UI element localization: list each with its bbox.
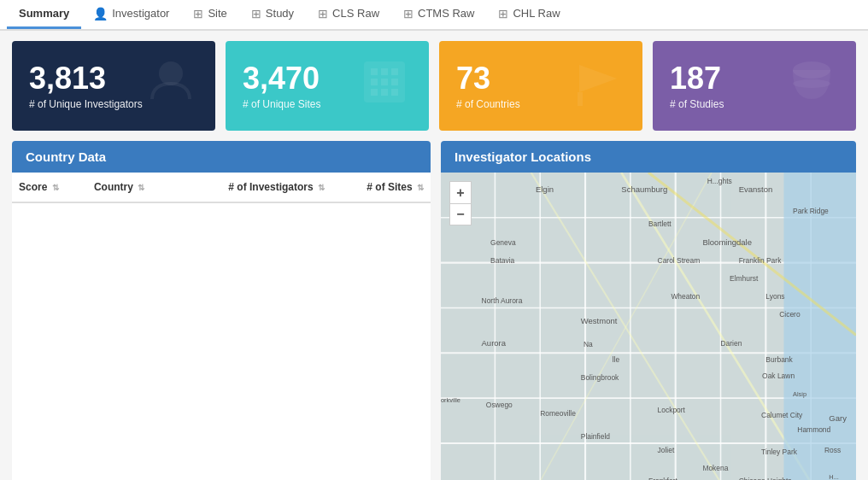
svg-text:Oswego: Oswego bbox=[486, 401, 513, 409]
nav-item-study[interactable]: ⊞Study bbox=[239, 0, 306, 29]
map-svg: Evanston Park Ridge Schaumburg Elgin Bar… bbox=[441, 173, 856, 480]
svg-text:Romeoville: Romeoville bbox=[540, 409, 576, 418]
svg-rect-5 bbox=[371, 79, 378, 85]
nav-icon-ctms-raw: ⊞ bbox=[403, 7, 413, 20]
nav-item-ctms-raw[interactable]: ⊞CTMS Raw bbox=[391, 0, 486, 29]
col-investigators[interactable]: # of Investigators ⇅ bbox=[178, 173, 331, 202]
nav-label-site: Site bbox=[208, 7, 226, 20]
svg-text:Joliet: Joliet bbox=[658, 446, 675, 454]
svg-text:Plainfield: Plainfield bbox=[581, 432, 611, 441]
svg-rect-7 bbox=[391, 79, 398, 85]
stat-card-text-sites: 3,470# of Unique Sites bbox=[243, 61, 320, 111]
country-panel-header: Country Data bbox=[12, 141, 431, 173]
nav-item-cls-raw[interactable]: ⊞CLS Raw bbox=[306, 0, 391, 29]
svg-text:Calumet City: Calumet City bbox=[761, 411, 803, 419]
stat-card-countries: 73# of Countries bbox=[439, 41, 642, 131]
nav-icon-site: ⊞ bbox=[193, 7, 203, 20]
stat-number-investigators: 3,813 bbox=[29, 61, 143, 96]
navigation: Summary👤Investigator⊞Site⊞Study⊞CLS Raw⊞… bbox=[0, 0, 868, 31]
nav-item-investigator[interactable]: 👤Investigator bbox=[81, 0, 181, 29]
svg-text:Darien: Darien bbox=[721, 339, 742, 348]
svg-text:Hammond: Hammond bbox=[797, 425, 830, 434]
nav-icon-study: ⊞ bbox=[251, 7, 261, 20]
zoom-out-button[interactable]: − bbox=[449, 203, 472, 225]
stat-label-studies: # of Studies bbox=[670, 98, 724, 110]
svg-text:Tinley Park: Tinley Park bbox=[761, 448, 798, 456]
stat-number-studies: 187 bbox=[670, 61, 724, 96]
svg-rect-9 bbox=[381, 89, 388, 96]
nav-label-study: Study bbox=[266, 7, 294, 20]
zoom-in-button[interactable]: + bbox=[449, 181, 472, 203]
svg-text:Oak Lawn: Oak Lawn bbox=[762, 372, 795, 380]
col-sites[interactable]: # of Sites ⇅ bbox=[331, 173, 431, 202]
nav-label-chl-raw: CHL Raw bbox=[513, 7, 560, 20]
main-content: Country Data Score ⇅ Country ⇅ # of Inve… bbox=[0, 141, 868, 480]
svg-text:H...: H... bbox=[829, 473, 838, 480]
svg-text:Cicero: Cicero bbox=[779, 310, 801, 319]
svg-text:Park Ridge: Park Ridge bbox=[793, 207, 829, 215]
svg-marker-11 bbox=[579, 65, 617, 92]
svg-text:orkville: orkville bbox=[441, 396, 460, 404]
stat-number-countries: 73 bbox=[456, 61, 520, 96]
nav-label-ctms-raw: CTMS Raw bbox=[418, 7, 474, 20]
stat-number-sites: 3,470 bbox=[243, 61, 320, 96]
svg-text:Bartlett: Bartlett bbox=[648, 220, 672, 228]
table-header-row: Score ⇅ Country ⇅ # of Investigators ⇅ #… bbox=[12, 173, 431, 202]
svg-text:Carol Stream: Carol Stream bbox=[658, 256, 701, 265]
stat-cards-container: 3,813# of Unique Investigators3,470# of … bbox=[0, 31, 868, 141]
svg-text:Franklin Park: Franklin Park bbox=[739, 256, 782, 265]
svg-text:Elgin: Elgin bbox=[536, 184, 554, 194]
svg-text:Aurora: Aurora bbox=[482, 338, 507, 348]
nav-label-summary: Summary bbox=[19, 7, 69, 20]
svg-text:lle: lle bbox=[613, 355, 620, 364]
stat-card-sites: 3,470# of Unique Sites bbox=[226, 41, 429, 131]
country-data-panel: Country Data Score ⇅ Country ⇅ # of Inve… bbox=[12, 141, 431, 480]
svg-text:Na: Na bbox=[584, 340, 593, 348]
svg-rect-4 bbox=[391, 68, 398, 75]
nav-label-investigator: Investigator bbox=[112, 7, 169, 20]
svg-text:North Aurora: North Aurora bbox=[482, 296, 523, 305]
svg-text:Bloomingdale: Bloomingdale bbox=[702, 237, 752, 247]
stat-card-investigators: 3,813# of Unique Investigators bbox=[12, 41, 215, 131]
col-country[interactable]: Country ⇅ bbox=[87, 173, 178, 202]
svg-text:Westmont: Westmont bbox=[581, 316, 618, 325]
nav-item-site[interactable]: ⊞Site bbox=[181, 0, 238, 29]
svg-text:Burbank: Burbank bbox=[765, 355, 793, 364]
sort-icon-investigators: ⇅ bbox=[318, 183, 325, 192]
country-table: Score ⇅ Country ⇅ # of Investigators ⇅ #… bbox=[12, 173, 431, 203]
stat-card-text-countries: 73# of Countries bbox=[456, 61, 520, 111]
nav-item-summary[interactable]: Summary bbox=[7, 0, 81, 29]
stat-icon-studies bbox=[784, 55, 839, 117]
svg-rect-3 bbox=[381, 68, 388, 75]
svg-rect-8 bbox=[371, 89, 378, 96]
stat-icon-countries bbox=[571, 55, 625, 117]
country-table-container[interactable]: Score ⇅ Country ⇅ # of Investigators ⇅ #… bbox=[12, 173, 431, 203]
svg-rect-10 bbox=[391, 89, 398, 96]
svg-text:Lockport: Lockport bbox=[658, 406, 686, 414]
sort-icon-score: ⇅ bbox=[52, 183, 59, 192]
country-table-head: Score ⇅ Country ⇅ # of Investigators ⇅ #… bbox=[12, 173, 431, 202]
map-panel-header: Investigator Locations bbox=[441, 141, 856, 173]
nav-item-chl-raw[interactable]: ⊞CHL Raw bbox=[486, 0, 572, 29]
stat-card-text-studies: 187# of Studies bbox=[670, 61, 724, 111]
svg-text:Gary: Gary bbox=[829, 413, 847, 423]
stat-icon-investigators bbox=[144, 55, 198, 117]
svg-text:Batavia: Batavia bbox=[490, 256, 514, 265]
svg-text:Schaumburg: Schaumburg bbox=[621, 184, 667, 194]
svg-rect-6 bbox=[381, 79, 388, 85]
stat-label-sites: # of Unique Sites bbox=[243, 98, 320, 110]
nav-icon-cls-raw: ⊞ bbox=[318, 7, 328, 20]
sort-icon-sites: ⇅ bbox=[417, 183, 424, 192]
svg-text:Evanston: Evanston bbox=[739, 184, 773, 194]
svg-rect-2 bbox=[371, 68, 378, 75]
nav-icon-chl-raw: ⊞ bbox=[498, 7, 508, 20]
nav-icon-investigator: 👤 bbox=[93, 7, 108, 20]
nav-label-cls-raw: CLS Raw bbox=[332, 7, 379, 20]
svg-text:Chicago Heights: Chicago Heights bbox=[739, 477, 792, 480]
map-container[interactable]: Evanston Park Ridge Schaumburg Elgin Bar… bbox=[441, 173, 856, 480]
svg-rect-12 bbox=[578, 92, 583, 106]
col-score[interactable]: Score ⇅ bbox=[12, 173, 87, 202]
svg-point-14 bbox=[793, 79, 830, 88]
map-panel: Investigator Locations bbox=[441, 141, 856, 480]
sort-icon-country: ⇅ bbox=[138, 183, 144, 192]
